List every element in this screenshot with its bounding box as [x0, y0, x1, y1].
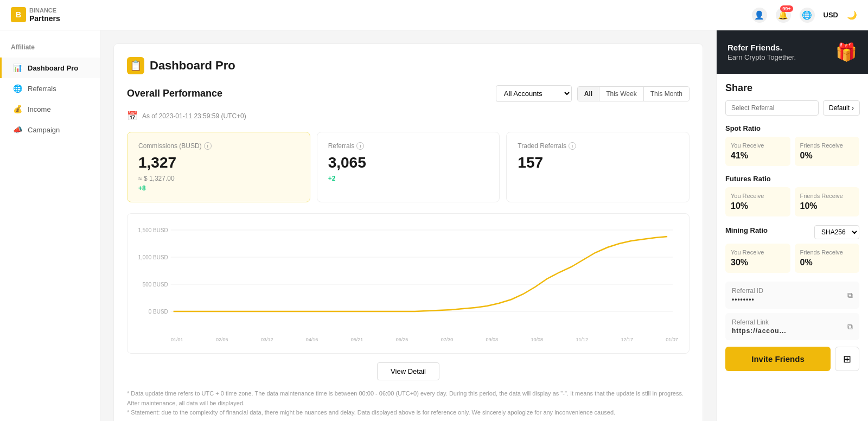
- commissions-info-icon[interactable]: i: [204, 142, 212, 150]
- layout: Affiliate 📊 Dashboard Pro 🌐 Referrals 💰 …: [0, 0, 868, 421]
- stat-card-commissions: Commissions (BUSD) i 1,327 ≈ $ 1,327.00 …: [127, 132, 310, 202]
- traded-label: Traded Referrals i: [518, 142, 678, 150]
- futures-you-card: You Receive 10%: [725, 187, 790, 216]
- filter-all[interactable]: All: [578, 87, 599, 101]
- mining-ratio-label: Mining Ratio: [725, 226, 768, 234]
- referrals-info-icon[interactable]: i: [356, 142, 364, 150]
- chevron-right-icon: ›: [852, 104, 854, 112]
- performance-title: Overall Performance: [127, 88, 222, 99]
- sidebar-item-income[interactable]: 💰 Income: [0, 99, 100, 119]
- mining-ratio-cards: You Receive 30% Friends Receive 0%: [725, 244, 859, 273]
- sha-algorithm-select[interactable]: SHA256: [814, 225, 859, 239]
- spot-you-label: You Receive: [731, 142, 785, 149]
- globe-icon[interactable]: 🌐: [800, 8, 815, 23]
- referral-id-value: ••••••••: [732, 296, 763, 303]
- sidebar: Affiliate 📊 Dashboard Pro 🌐 Referrals 💰 …: [0, 30, 100, 421]
- referral-id-row: Referral ID •••••••• ⧉: [725, 282, 859, 309]
- logo-icon: B: [11, 7, 26, 22]
- spot-you-value: 41%: [731, 151, 785, 161]
- select-referral-row: Default ›: [725, 100, 859, 116]
- spot-ratio-section: Spot Ratio You Receive 41% Friends Recei…: [725, 124, 859, 166]
- svg-text:0 BUSD: 0 BUSD: [149, 309, 168, 315]
- share-title: Share: [725, 82, 859, 94]
- mining-ratio-header: Mining Ratio SHA256: [725, 225, 859, 239]
- dashboard-logo-icon: 📋: [127, 57, 144, 74]
- futures-ratio-cards: You Receive 10% Friends Receive 10%: [725, 187, 859, 216]
- calendar-icon: 📅: [127, 111, 138, 121]
- accounts-select[interactable]: All Accounts: [496, 85, 572, 102]
- stat-card-traded: Traded Referrals i 157: [506, 132, 690, 202]
- date-row: 📅 As of 2023-01-11 23:59:59 (UTC+0): [127, 111, 690, 121]
- promo-illustration: 🎁: [835, 42, 857, 62]
- futures-ratio-label: Futures Ratio: [725, 175, 859, 183]
- referrals-value: 3,065: [328, 154, 489, 171]
- top-navigation: B BINANCE Partners 👤 🔔 99+ 🌐 USD 🌙: [0, 0, 868, 30]
- date-label: As of 2023-01-11 23:59:59 (UTC+0): [142, 112, 246, 120]
- sidebar-item-label: Referrals: [28, 85, 56, 93]
- currency-selector[interactable]: USD: [824, 11, 838, 19]
- mining-you-value: 30%: [731, 258, 785, 267]
- futures-ratio-section: Futures Ratio You Receive 10% Friends Re…: [725, 175, 859, 216]
- sidebar-section-label: Affiliate: [0, 41, 100, 58]
- logo-brand: BINANCE: [29, 7, 60, 14]
- referral-id-content: Referral ID ••••••••: [732, 287, 763, 303]
- mining-you-label: You Receive: [731, 249, 785, 256]
- promo-line2: Earn Crypto Together.: [727, 53, 796, 61]
- performance-controls: All Accounts All This Week This Month: [496, 85, 690, 102]
- mining-friends-value: 0%: [800, 258, 854, 267]
- notification-badge: 99+: [780, 5, 793, 12]
- performance-header: Overall Performance All Accounts All Thi…: [127, 85, 690, 102]
- logo[interactable]: B BINANCE Partners: [11, 7, 60, 23]
- traded-value: 157: [518, 154, 678, 171]
- chart-container: 1,500 BUSD 1,000 BUSD 500 BUSD 0 BUSD 01…: [127, 213, 690, 354]
- right-panel-body: Share Default › Spot Ratio You Receive 4…: [717, 74, 868, 380]
- sidebar-item-campaign[interactable]: 📣 Campaign: [0, 119, 100, 140]
- sidebar-item-label: Dashboard Pro: [28, 64, 78, 72]
- promo-text: Refer Friends. Earn Crypto Together.: [727, 43, 796, 61]
- traded-info-icon[interactable]: i: [569, 142, 576, 150]
- copy-referral-id-icon[interactable]: ⧉: [847, 291, 853, 300]
- logo-name: Partners: [29, 14, 60, 23]
- select-referral-input[interactable]: [725, 100, 819, 116]
- futures-you-label: You Receive: [731, 193, 785, 199]
- sidebar-item-referrals[interactable]: 🌐 Referrals: [0, 78, 100, 99]
- stat-cards: Commissions (BUSD) i 1,327 ≈ $ 1,327.00 …: [127, 132, 690, 202]
- spot-friends-value: 0%: [800, 151, 854, 161]
- income-icon: 💰: [12, 104, 22, 114]
- svg-text:1,500 BUSD: 1,500 BUSD: [138, 227, 168, 233]
- dark-mode-icon[interactable]: 🌙: [847, 10, 857, 20]
- referral-link-value: https://accou...: [732, 327, 787, 335]
- futures-you-value: 10%: [731, 201, 785, 211]
- copy-referral-link-icon[interactable]: ⧉: [847, 322, 853, 331]
- view-detail-button[interactable]: View Detail: [377, 362, 439, 380]
- referral-link-label: Referral Link: [732, 318, 787, 326]
- mining-friends-label: Friends Receive: [800, 249, 854, 256]
- topnav-right: 👤 🔔 99+ 🌐 USD 🌙: [752, 8, 857, 23]
- user-icon[interactable]: 👤: [752, 8, 767, 23]
- mining-friends-card: Friends Receive 0%: [795, 244, 860, 273]
- invite-row: Invite Friends ⊞: [725, 347, 859, 371]
- promo-line1: Refer Friends.: [727, 43, 796, 52]
- right-panel: Refer Friends. Earn Crypto Together. 🎁 S…: [716, 30, 868, 421]
- notifications-icon[interactable]: 🔔 99+: [776, 8, 791, 23]
- footnote-1: * Data update time refers to UTC + 0 tim…: [127, 389, 690, 408]
- default-button[interactable]: Default ›: [823, 100, 860, 116]
- page-title: Dashboard Pro: [150, 59, 235, 73]
- filter-this-week[interactable]: This Week: [599, 87, 643, 101]
- futures-friends-label: Friends Receive: [800, 193, 854, 199]
- referrals-icon: 🌐: [12, 84, 22, 93]
- filter-this-month[interactable]: This Month: [644, 87, 689, 101]
- mining-you-card: You Receive 30%: [725, 244, 790, 273]
- stat-card-referrals: Referrals i 3,065 +2: [317, 132, 500, 202]
- dashboard-card: 📋 Dashboard Pro Overall Performance All …: [113, 43, 703, 421]
- referral-id-label: Referral ID: [732, 287, 763, 295]
- commissions-sub: ≈ $ 1,327.00: [138, 175, 299, 182]
- invite-friends-button[interactable]: Invite Friends: [725, 347, 831, 371]
- referrals-label: Referrals i: [328, 142, 489, 150]
- main-content: 📋 Dashboard Pro Overall Performance All …: [100, 30, 716, 421]
- commissions-value: 1,327: [138, 154, 299, 171]
- sidebar-item-dashboard-pro[interactable]: 📊 Dashboard Pro: [0, 58, 100, 78]
- svg-text:1,000 BUSD: 1,000 BUSD: [138, 254, 168, 260]
- mining-ratio-section: Mining Ratio SHA256 You Receive 30% Frie…: [725, 225, 859, 273]
- qr-code-button[interactable]: ⊞: [835, 347, 859, 371]
